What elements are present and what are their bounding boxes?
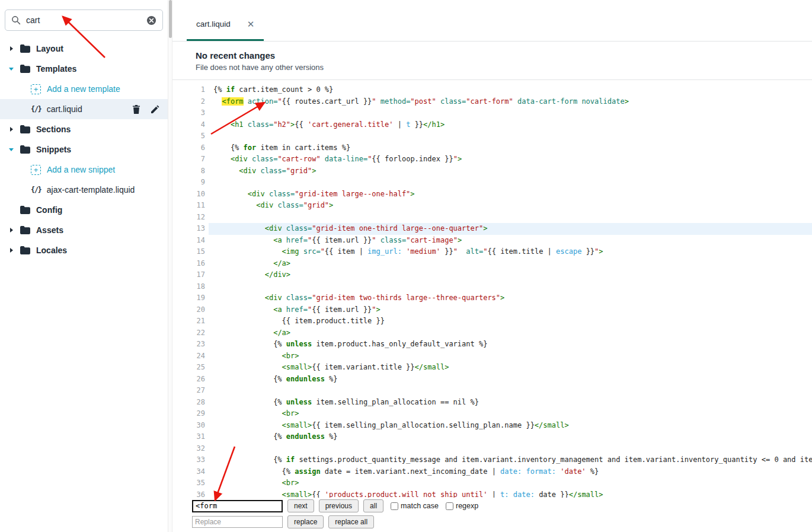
find-all-button[interactable]: all	[363, 499, 383, 512]
find-input[interactable]	[192, 500, 283, 512]
trash-icon[interactable]	[132, 105, 140, 114]
search-match-highlight: <form	[222, 97, 243, 106]
folder-label: Layout	[36, 44, 63, 53]
code-line[interactable]: <br>	[209, 408, 812, 420]
line-number: 29	[187, 408, 205, 420]
line-number: 17	[187, 269, 205, 281]
chevron-right-icon[interactable]	[8, 46, 15, 52]
find-row: next previous all match case regexp	[192, 499, 812, 512]
chevron-right-icon[interactable]	[8, 227, 15, 233]
code-line[interactable]: {% endunless %}	[209, 374, 812, 386]
regexp-option: regexp	[446, 502, 478, 510]
chevron-down-icon[interactable]	[8, 66, 15, 72]
code-line[interactable]: </a>	[209, 327, 812, 339]
line-number: 22	[187, 327, 205, 339]
code-line[interactable]: <br>	[209, 477, 812, 489]
code-line[interactable]	[209, 443, 812, 455]
code-line[interactable]	[209, 212, 812, 224]
tree-folder-config[interactable]: Config	[0, 200, 168, 220]
folder-label: Sections	[36, 125, 71, 134]
code-line[interactable]: </a>	[209, 258, 812, 270]
find-previous-button[interactable]: previous	[319, 499, 359, 512]
tab-label: cart.liquid	[196, 20, 231, 28]
line-number: 27	[187, 385, 205, 397]
edit-icon[interactable]	[151, 105, 159, 114]
version-info: No recent changes File does not have any…	[172, 42, 812, 80]
code-line[interactable]	[209, 177, 812, 189]
code-line[interactable]: <a href="{{ item.url }}" class="cart-ima…	[209, 235, 812, 247]
code-line[interactable]: <small>{{ item.variant.title }}</small>	[209, 362, 812, 374]
code-line[interactable]: {% endunless %}	[209, 431, 812, 443]
search-input[interactable]	[26, 15, 146, 25]
regexp-checkbox[interactable]	[446, 502, 453, 510]
tree-file-cart-liquid[interactable]: {/} cart.liquid	[0, 99, 168, 119]
folder-label: Locales	[36, 246, 67, 255]
code-line[interactable]: <div class="grid-item large--one-half">	[209, 189, 812, 200]
add-link-label: Add a new template	[47, 84, 120, 94]
liquid-file-icon: {/}	[31, 186, 41, 194]
replace-button[interactable]: replace	[287, 515, 324, 528]
folder-icon	[20, 65, 30, 73]
code-line[interactable]: {% unless item.product.has_only_default_…	[209, 339, 812, 351]
code-line[interactable]	[209, 385, 812, 397]
chevron-right-icon[interactable]	[8, 247, 15, 253]
line-number: 32	[187, 443, 205, 455]
add-a-new-snippet-link[interactable]: + Add a new snippet	[0, 160, 168, 180]
code-line[interactable]: {% if cart.item_count > 0 %}	[209, 84, 812, 96]
chevron-right-icon[interactable]	[8, 126, 15, 132]
code-line[interactable]: {{ item.product.title }}	[209, 316, 812, 327]
scrollbar-thumb[interactable]	[169, 0, 172, 38]
code-line[interactable]: <a href="{{ item.url }}">	[209, 304, 812, 316]
code-line[interactable]: {% for item in cart.items %}	[209, 142, 812, 154]
code-line[interactable]: {% if settings.product_quantity_message …	[209, 454, 812, 466]
tree-file-ajax-cart-template-liquid[interactable]: {/} ajax-cart-template.liquid	[0, 180, 168, 200]
code-line[interactable]: <form action="{{ routes.cart_url }}" met…	[209, 96, 812, 108]
code-line[interactable]	[209, 107, 812, 119]
tree-folder-snippets[interactable]: Snippets	[0, 139, 168, 160]
code-line[interactable]: </div>	[209, 269, 812, 281]
code-line[interactable]: <div class="grid">	[209, 200, 812, 212]
code-line[interactable]	[209, 130, 812, 142]
line-number: 5	[187, 130, 205, 142]
find-next-button[interactable]: next	[287, 499, 314, 512]
search-icon	[11, 15, 21, 25]
tab-cart-liquid[interactable]: cart.liquid ✕	[187, 8, 264, 41]
line-number: 3	[187, 107, 205, 119]
tree-folder-assets[interactable]: Assets	[0, 220, 168, 240]
sidebar-scrollbar[interactable]	[168, 0, 172, 532]
code-line[interactable]: <img src="{{ item | img_url: 'medium' }}…	[209, 246, 812, 258]
folder-icon	[20, 44, 30, 53]
close-tab-icon[interactable]: ✕	[247, 20, 255, 28]
liquid-file-icon: {/}	[31, 105, 41, 113]
replace-row: replace replace all	[192, 515, 812, 528]
add-a-new-template-link[interactable]: + Add a new template	[0, 79, 168, 99]
code-line[interactable]: <div class="cart-row" data-line="{{ forl…	[209, 154, 812, 165]
replace-input[interactable]	[192, 516, 283, 528]
match-case-checkbox[interactable]	[391, 502, 398, 510]
tree-folder-sections[interactable]: Sections	[0, 119, 168, 139]
code-line[interactable]: <small>{{ item.selling_plan_allocation.s…	[209, 420, 812, 432]
clear-search-icon[interactable]	[146, 15, 156, 26]
line-number: 19	[187, 292, 205, 304]
code-line[interactable]: {% unless item.selling_plan_allocation =…	[209, 397, 812, 409]
code-line[interactable]: <div class="grid">	[209, 165, 812, 177]
tree-folder-locales[interactable]: Locales	[0, 240, 168, 260]
line-number: 31	[187, 431, 205, 443]
code-line[interactable]: <div class="grid-item two-thirds large--…	[209, 292, 812, 304]
code-lines: {% if cart.item_count > 0 %} <form actio…	[209, 84, 812, 501]
tree-folder-templates[interactable]: Templates	[0, 59, 168, 79]
folder-label: Config	[36, 205, 62, 215]
line-number: 25	[187, 362, 205, 374]
line-number: 4	[187, 119, 205, 131]
code-line[interactable]: <h1 class="h2">{{ 'cart.general.title' |…	[209, 119, 812, 131]
code-line[interactable]	[209, 281, 812, 293]
code-line[interactable]: {% assign date = item.variant.next_incom…	[209, 466, 812, 478]
tab-bar: cart.liquid ✕	[172, 0, 812, 42]
tree-folder-layout[interactable]: Layout	[0, 39, 168, 59]
replace-all-button[interactable]: replace all	[328, 515, 374, 528]
code-line[interactable]: <div class="grid-item one-third large--o…	[209, 223, 812, 235]
match-case-option: match case	[391, 502, 439, 510]
line-number: 13	[187, 223, 205, 235]
code-line[interactable]: <br>	[209, 351, 812, 362]
chevron-down-icon[interactable]	[8, 147, 15, 152]
